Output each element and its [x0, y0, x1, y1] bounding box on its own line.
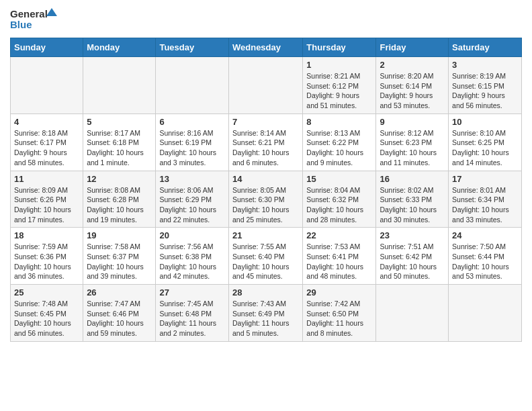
calendar-week-row: 25Sunrise: 7:48 AM Sunset: 6:45 PM Dayli… — [11, 285, 522, 342]
day-number: 21 — [232, 230, 299, 240]
svg-marker-2 — [46, 8, 57, 16]
calendar-cell: 23Sunrise: 7:51 AM Sunset: 6:42 PM Dayli… — [376, 228, 449, 285]
day-info: Sunrise: 7:59 AM Sunset: 6:36 PM Dayligh… — [14, 242, 79, 281]
calendar-cell: 25Sunrise: 7:48 AM Sunset: 6:45 PM Dayli… — [11, 285, 83, 342]
weekday-header-friday: Friday — [376, 38, 449, 57]
day-number: 4 — [14, 117, 79, 127]
calendar-cell — [449, 285, 522, 342]
day-info: Sunrise: 7:48 AM Sunset: 6:45 PM Dayligh… — [14, 299, 79, 338]
weekday-header-row: SundayMondayTuesdayWednesdayThursdayFrid… — [11, 38, 522, 57]
day-info: Sunrise: 8:17 AM Sunset: 6:18 PM Dayligh… — [87, 128, 152, 168]
calendar-cell: 4Sunrise: 8:18 AM Sunset: 6:17 PM Daylig… — [11, 113, 83, 171]
day-number: 1 — [306, 60, 372, 70]
calendar-cell: 5Sunrise: 8:17 AM Sunset: 6:18 PM Daylig… — [83, 113, 156, 171]
calendar-cell: 2Sunrise: 8:20 AM Sunset: 6:14 PM Daylig… — [376, 57, 449, 114]
day-info: Sunrise: 8:06 AM Sunset: 6:29 PM Dayligh… — [159, 185, 225, 225]
day-info: Sunrise: 8:19 AM Sunset: 6:15 PM Dayligh… — [452, 71, 518, 111]
day-info: Sunrise: 8:21 AM Sunset: 6:12 PM Dayligh… — [306, 71, 372, 111]
day-number: 7 — [232, 117, 299, 127]
day-number: 8 — [306, 117, 372, 127]
day-info: Sunrise: 7:53 AM Sunset: 6:41 PM Dayligh… — [306, 242, 372, 281]
day-number: 23 — [380, 230, 445, 240]
day-number: 29 — [306, 287, 372, 298]
day-number: 26 — [87, 287, 152, 298]
day-number: 17 — [452, 174, 518, 184]
day-number: 3 — [452, 60, 518, 70]
day-info: Sunrise: 7:58 AM Sunset: 6:37 PM Dayligh… — [87, 242, 152, 281]
day-number: 5 — [87, 117, 152, 127]
day-number: 11 — [14, 174, 79, 184]
weekday-header-wednesday: Wednesday — [228, 38, 302, 57]
weekday-header-tuesday: Tuesday — [156, 38, 229, 57]
day-info: Sunrise: 8:05 AM Sunset: 6:30 PM Dayligh… — [232, 185, 299, 225]
day-number: 10 — [452, 117, 518, 127]
calendar-cell: 21Sunrise: 7:55 AM Sunset: 6:40 PM Dayli… — [228, 228, 302, 285]
day-info: Sunrise: 8:10 AM Sunset: 6:25 PM Dayligh… — [452, 128, 518, 168]
day-number: 18 — [14, 230, 79, 240]
day-number: 16 — [380, 174, 445, 184]
calendar-cell: 14Sunrise: 8:05 AM Sunset: 6:30 PM Dayli… — [228, 171, 302, 228]
day-number: 15 — [306, 174, 372, 184]
day-info: Sunrise: 8:16 AM Sunset: 6:19 PM Dayligh… — [159, 128, 225, 168]
calendar-week-row: 1Sunrise: 8:21 AM Sunset: 6:12 PM Daylig… — [11, 57, 522, 114]
day-info: Sunrise: 8:12 AM Sunset: 6:23 PM Dayligh… — [380, 128, 445, 168]
calendar-cell: 18Sunrise: 7:59 AM Sunset: 6:36 PM Dayli… — [11, 228, 83, 285]
day-info: Sunrise: 8:02 AM Sunset: 6:33 PM Dayligh… — [380, 185, 445, 225]
calendar-cell: 7Sunrise: 8:14 AM Sunset: 6:21 PM Daylig… — [228, 113, 302, 171]
calendar-cell: 17Sunrise: 8:01 AM Sunset: 6:34 PM Dayli… — [449, 171, 522, 228]
day-info: Sunrise: 8:04 AM Sunset: 6:32 PM Dayligh… — [306, 185, 372, 225]
calendar-cell: 26Sunrise: 7:47 AM Sunset: 6:46 PM Dayli… — [83, 285, 156, 342]
day-number: 12 — [87, 174, 152, 184]
calendar-cell: 28Sunrise: 7:43 AM Sunset: 6:49 PM Dayli… — [228, 285, 302, 342]
calendar-week-row: 4Sunrise: 8:18 AM Sunset: 6:17 PM Daylig… — [11, 113, 522, 171]
day-number: 9 — [380, 117, 445, 127]
day-info: Sunrise: 8:09 AM Sunset: 6:26 PM Dayligh… — [14, 185, 79, 225]
calendar-cell — [156, 57, 229, 114]
calendar-cell: 1Sunrise: 8:21 AM Sunset: 6:12 PM Daylig… — [303, 57, 376, 114]
calendar-cell: 12Sunrise: 8:08 AM Sunset: 6:28 PM Dayli… — [83, 171, 156, 228]
calendar-cell: 19Sunrise: 7:58 AM Sunset: 6:37 PM Dayli… — [83, 228, 156, 285]
calendar-page: General Blue SundayMondayTuesdayWednesda… — [0, 0, 532, 349]
day-info: Sunrise: 7:55 AM Sunset: 6:40 PM Dayligh… — [232, 242, 299, 281]
day-info: Sunrise: 8:08 AM Sunset: 6:28 PM Dayligh… — [87, 185, 152, 225]
day-number: 27 — [159, 287, 225, 298]
day-info: Sunrise: 8:01 AM Sunset: 6:34 PM Dayligh… — [452, 185, 518, 225]
day-number: 13 — [159, 174, 225, 184]
day-number: 25 — [14, 287, 79, 298]
logo: General Blue — [10, 7, 57, 32]
weekday-header-monday: Monday — [83, 38, 156, 57]
day-number: 22 — [306, 230, 372, 240]
calendar-cell: 11Sunrise: 8:09 AM Sunset: 6:26 PM Dayli… — [11, 171, 83, 228]
day-info: Sunrise: 8:13 AM Sunset: 6:22 PM Dayligh… — [306, 128, 372, 168]
day-info: Sunrise: 7:56 AM Sunset: 6:38 PM Dayligh… — [159, 242, 225, 281]
day-info: Sunrise: 7:45 AM Sunset: 6:48 PM Dayligh… — [159, 299, 225, 338]
day-info: Sunrise: 7:51 AM Sunset: 6:42 PM Dayligh… — [380, 242, 445, 281]
header: General Blue — [10, 7, 522, 32]
weekday-header-thursday: Thursday — [303, 38, 376, 57]
calendar-cell — [228, 57, 302, 114]
calendar-cell: 9Sunrise: 8:12 AM Sunset: 6:23 PM Daylig… — [376, 113, 449, 171]
calendar-cell: 29Sunrise: 7:42 AM Sunset: 6:50 PM Dayli… — [303, 285, 376, 342]
weekday-header-sunday: Sunday — [11, 38, 83, 57]
day-number: 19 — [87, 230, 152, 240]
calendar-cell: 24Sunrise: 7:50 AM Sunset: 6:44 PM Dayli… — [449, 228, 522, 285]
calendar-week-row: 11Sunrise: 8:09 AM Sunset: 6:26 PM Dayli… — [11, 171, 522, 228]
svg-text:General: General — [10, 8, 48, 19]
day-number: 14 — [232, 174, 299, 184]
day-info: Sunrise: 7:43 AM Sunset: 6:49 PM Dayligh… — [232, 299, 299, 338]
day-number: 2 — [380, 60, 445, 70]
calendar-cell — [376, 285, 449, 342]
day-number: 24 — [452, 230, 518, 240]
calendar-cell: 13Sunrise: 8:06 AM Sunset: 6:29 PM Dayli… — [156, 171, 229, 228]
calendar-cell: 27Sunrise: 7:45 AM Sunset: 6:48 PM Dayli… — [156, 285, 229, 342]
day-info: Sunrise: 8:18 AM Sunset: 6:17 PM Dayligh… — [14, 128, 79, 168]
weekday-header-saturday: Saturday — [449, 38, 522, 57]
calendar-cell: 8Sunrise: 8:13 AM Sunset: 6:22 PM Daylig… — [303, 113, 376, 171]
calendar-cell: 20Sunrise: 7:56 AM Sunset: 6:38 PM Dayli… — [156, 228, 229, 285]
calendar-cell: 10Sunrise: 8:10 AM Sunset: 6:25 PM Dayli… — [449, 113, 522, 171]
calendar-table: SundayMondayTuesdayWednesdayThursdayFrid… — [10, 38, 522, 342]
day-number: 6 — [159, 117, 225, 127]
day-info: Sunrise: 7:50 AM Sunset: 6:44 PM Dayligh… — [452, 242, 518, 281]
day-info: Sunrise: 7:42 AM Sunset: 6:50 PM Dayligh… — [306, 299, 372, 338]
day-number: 20 — [159, 230, 225, 240]
